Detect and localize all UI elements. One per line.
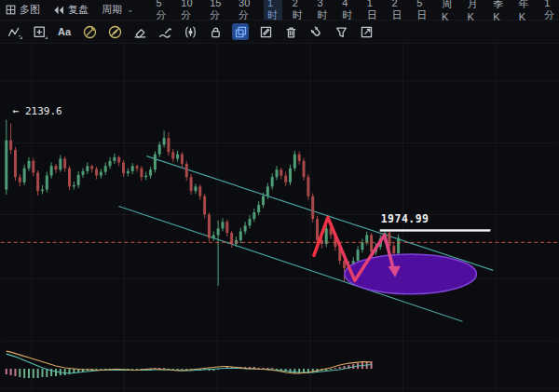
- lock-tool[interactable]: [207, 23, 224, 40]
- polyline-tool[interactable]: [6, 23, 22, 40]
- eraser-tool[interactable]: [131, 23, 148, 40]
- measure-tool[interactable]: [182, 23, 198, 40]
- candle-body: [73, 185, 75, 187]
- macd-histogram-bar: [100, 369, 102, 370]
- candle-body: [208, 214, 211, 237]
- candle-body: [221, 222, 224, 228]
- shapes-tool[interactable]: [31, 23, 48, 40]
- grid-layout-icon: [6, 5, 16, 15]
- candle-body: [280, 169, 282, 175]
- macd-histogram-bar: [258, 368, 260, 369]
- candle-body: [36, 172, 39, 191]
- candle-body: [82, 171, 85, 175]
- candle-body: [158, 144, 161, 154]
- candle-body: [19, 177, 21, 182]
- macd-histogram-bar: [96, 369, 98, 370]
- candle-body: [154, 155, 157, 170]
- delete-tool[interactable]: [282, 23, 299, 40]
- candle-body: [203, 196, 206, 215]
- text-tool[interactable]: Aa: [56, 23, 73, 40]
- candle-body: [370, 235, 373, 251]
- candle-body: [311, 196, 314, 219]
- candle-body: [32, 161, 34, 173]
- edit-drawing-tool[interactable]: [257, 23, 274, 40]
- channel-trendline[interactable]: [146, 156, 493, 271]
- macd-histogram-bar: [131, 369, 133, 370]
- candle-body: [23, 169, 26, 182]
- macd-histogram-bar: [64, 369, 66, 375]
- top-toolbar: 多图 复盘 周期 ⌄ 5分10分15分30分1时2时3时4时1日2日5日周K月K…: [0, 0, 559, 20]
- drawing-toolbar: Aa: [0, 20, 559, 44]
- candle-body: [397, 238, 400, 254]
- filter-tool[interactable]: [333, 23, 349, 40]
- multi-chart-button[interactable]: 多图: [6, 3, 40, 17]
- candle-body: [59, 158, 61, 169]
- candle-body: [113, 157, 116, 161]
- macd-histogram-bar: [271, 368, 273, 369]
- candle-body: [68, 169, 71, 187]
- replay-label: 复盘: [68, 3, 89, 17]
- period-label: 周期: [102, 3, 122, 17]
- export-tool[interactable]: [358, 23, 375, 40]
- macd-histogram-bar: [19, 369, 20, 377]
- macd-histogram-bar: [262, 368, 264, 369]
- candle-body: [257, 205, 260, 212]
- candle-body: [63, 158, 66, 168]
- candle-body: [109, 161, 112, 167]
- candle-body: [248, 219, 251, 225]
- candle-body: [50, 166, 53, 175]
- candle-body: [276, 169, 279, 177]
- candle-body: [298, 155, 301, 161]
- magnet-tool[interactable]: [307, 23, 324, 40]
- continuous-drawing-tool[interactable]: [232, 23, 249, 40]
- pen-tool[interactable]: [157, 23, 173, 40]
- macd-histogram-bar: [276, 369, 278, 370]
- brush-tool[interactable]: [81, 23, 98, 40]
- candle-body: [176, 155, 179, 159]
- replay-button[interactable]: 复盘: [53, 3, 89, 17]
- macd-histogram-bar: [33, 369, 34, 378]
- macd-histogram-bar: [23, 369, 25, 378]
- candle-body: [293, 155, 296, 169]
- chevron-down-icon: ⌄: [127, 5, 134, 14]
- candle-body: [190, 177, 193, 191]
- candle-body: [198, 186, 201, 196]
- macd-histogram-bar: [14, 369, 16, 376]
- macd-histogram-bar: [293, 369, 295, 373]
- no-draw-tool[interactable]: [106, 23, 123, 40]
- candle-body: [14, 150, 17, 177]
- multi-chart-label: 多图: [20, 3, 40, 17]
- macd-histogram-bar: [177, 369, 179, 370]
- candle-body: [239, 232, 242, 240]
- candle-body: [136, 166, 139, 168]
- candle-body: [325, 228, 328, 244]
- candle-body: [392, 246, 395, 253]
- price-arrow-label[interactable]: ← 2139.6: [13, 105, 62, 117]
- candle-body: [77, 175, 80, 185]
- chart-area[interactable]: 1974.99← 2139.6: [0, 44, 559, 392]
- macd-histogram-bar: [266, 368, 268, 369]
- candle-body: [9, 141, 12, 150]
- candle-body: [217, 228, 220, 235]
- macd-histogram-bar: [185, 369, 187, 370]
- price-level-label[interactable]: 1974.99: [381, 212, 429, 225]
- macd-histogram-bar: [334, 368, 336, 369]
- candle-body: [149, 169, 152, 175]
- period-dropdown[interactable]: 周期 ⌄: [102, 3, 134, 17]
- candle-body: [41, 190, 44, 192]
- candle-body: [144, 176, 147, 178]
- candle-body: [266, 186, 269, 196]
- target-zone-ellipse[interactable]: [345, 254, 477, 294]
- candle-body: [86, 166, 89, 171]
- candlestick-chart[interactable]: 1974.99← 2139.6: [0, 44, 559, 392]
- candle-body: [357, 250, 360, 261]
- candle-body: [361, 242, 363, 250]
- macd-histogram-bar: [10, 369, 12, 375]
- candle-body: [225, 222, 228, 233]
- macd-histogram-bar: [50, 369, 52, 376]
- price-level-line[interactable]: [380, 229, 491, 231]
- candle-body: [181, 155, 184, 164]
- candle-body: [127, 171, 130, 173]
- candle-body: [46, 176, 48, 190]
- candle-body: [5, 141, 7, 190]
